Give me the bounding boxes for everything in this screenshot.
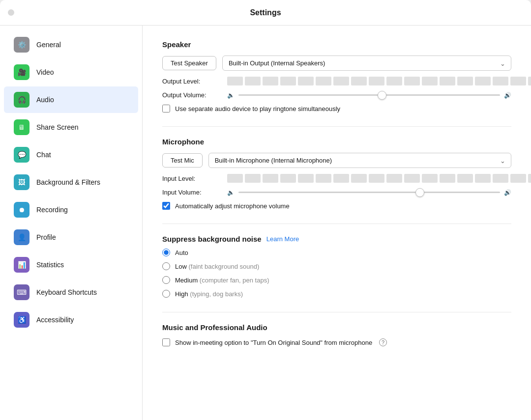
level-segment bbox=[386, 77, 402, 85]
mic-low-icon: 🔈 bbox=[227, 189, 235, 196]
sidebar-icon-accessibility: ♿ bbox=[14, 312, 30, 328]
sidebar-label-accessibility: Accessibility bbox=[36, 316, 74, 324]
sidebar-item-general[interactable]: ⚙️General bbox=[4, 31, 138, 58]
output-level-label: Output Level: bbox=[162, 78, 221, 85]
test-speaker-button[interactable]: Test Speaker bbox=[162, 56, 216, 70]
original-sound-checkbox[interactable] bbox=[162, 338, 170, 346]
input-level-row: Input Level: bbox=[162, 174, 511, 183]
original-sound-row: Show in-meeting option to "Turn On Origi… bbox=[162, 338, 511, 346]
ringtone-label: Use separate audio device to play ringto… bbox=[175, 105, 340, 112]
suppress-radio-low[interactable] bbox=[162, 262, 170, 270]
suppress-option-medium: Medium (computer fan, pen taps) bbox=[162, 276, 511, 284]
speaker-select[interactable]: Built-in Output (Internal Speakers) bbox=[222, 56, 511, 71]
suppress-main-label-medium: Medium bbox=[175, 277, 198, 284]
sidebar-icon-general: ⚙️ bbox=[14, 37, 30, 53]
output-volume-slider-container: 🔈 🔊 bbox=[227, 92, 511, 99]
output-volume-row: Output Volume: 🔈 🔊 bbox=[162, 91, 511, 99]
sidebar-label-recording: Recording bbox=[36, 206, 68, 214]
sidebar-icon-video: 🎥 bbox=[14, 64, 30, 80]
suppress-option-auto: Auto bbox=[162, 248, 511, 257]
sidebar-item-video[interactable]: 🎥Video bbox=[4, 59, 138, 85]
sidebar-item-profile[interactable]: 👤Profile bbox=[4, 224, 138, 251]
close-button[interactable] bbox=[8, 9, 14, 16]
sidebar-label-background: Background & Filters bbox=[36, 178, 100, 186]
level-segment bbox=[227, 174, 243, 183]
sidebar-item-statistics[interactable]: 📊Statistics bbox=[4, 252, 138, 278]
question-icon[interactable]: ? bbox=[379, 338, 387, 346]
sidebar-icon-share-screen: 🖥 bbox=[14, 119, 30, 135]
level-segment bbox=[422, 77, 438, 85]
volume-high-icon: 🔊 bbox=[504, 92, 511, 99]
level-segment bbox=[457, 77, 473, 85]
suppress-label-low: Low (faint background sound) bbox=[175, 262, 259, 271]
sidebar-item-keyboard[interactable]: ⌨Keyboard Shortcuts bbox=[4, 279, 138, 306]
mic-high-icon: 🔊 bbox=[504, 189, 511, 196]
mic-select-wrapper: Built-in Microphone (Internal Microphone… bbox=[208, 153, 511, 168]
output-volume-slider[interactable] bbox=[238, 94, 500, 96]
music-section: Music and Professional Audio Show in-mee… bbox=[162, 323, 511, 346]
divider-1 bbox=[162, 126, 511, 127]
sidebar-label-video: Video bbox=[36, 68, 54, 76]
suppress-radio-medium[interactable] bbox=[162, 276, 170, 284]
test-mic-button[interactable]: Test Mic bbox=[162, 153, 203, 168]
sidebar-item-recording[interactable]: ⏺Recording bbox=[4, 196, 138, 223]
suppress-desc-high: (typing, dog barks) bbox=[188, 290, 243, 298]
level-segment bbox=[263, 174, 278, 183]
learn-more-link[interactable]: Learn More bbox=[266, 235, 299, 243]
settings-window: Settings ⚙️General🎥Video🎧Audio🖥Share Scr… bbox=[0, 0, 531, 420]
input-level-bars bbox=[227, 174, 531, 183]
sidebar-item-share-screen[interactable]: 🖥Share Screen bbox=[4, 114, 138, 140]
level-segment bbox=[245, 77, 261, 85]
input-volume-slider[interactable] bbox=[238, 192, 500, 193]
level-segment bbox=[475, 77, 491, 85]
level-segment bbox=[333, 174, 349, 183]
level-segment bbox=[351, 174, 367, 183]
ringtone-checkbox[interactable] bbox=[162, 105, 170, 112]
input-volume-row: Input Volume: 🔈 🔊 bbox=[162, 189, 511, 196]
microphone-section: Microphone Test Mic Built-in Microphone … bbox=[162, 138, 511, 210]
window-controls bbox=[8, 9, 14, 16]
sidebar-item-accessibility[interactable]: ♿Accessibility bbox=[4, 307, 138, 333]
suppress-radio-auto[interactable] bbox=[162, 249, 170, 256]
sidebar-icon-chat: 💬 bbox=[14, 147, 30, 163]
mic-select[interactable]: Built-in Microphone (Internal Microphone… bbox=[208, 153, 511, 168]
sidebar-label-keyboard: Keyboard Shortcuts bbox=[36, 288, 97, 296]
level-segment bbox=[493, 174, 508, 183]
noise-suppress-options: AutoLow (faint background sound)Medium (… bbox=[162, 248, 511, 298]
suppress-main-label-low: Low bbox=[175, 263, 187, 270]
original-sound-label: Show in-meeting option to "Turn On Origi… bbox=[175, 339, 372, 346]
sidebar-icon-recording: ⏺ bbox=[14, 202, 30, 218]
level-segment bbox=[422, 174, 438, 183]
suppress-title: Suppress background noise bbox=[162, 235, 262, 243]
suppress-label-medium: Medium (computer fan, pen taps) bbox=[175, 276, 269, 284]
titlebar: Settings bbox=[0, 0, 531, 26]
output-volume-label: Output Volume: bbox=[162, 91, 221, 99]
volume-low-icon: 🔈 bbox=[227, 92, 235, 99]
sidebar-item-audio[interactable]: 🎧Audio bbox=[4, 86, 138, 113]
sidebar-item-background[interactable]: 🖼Background & Filters bbox=[4, 169, 138, 196]
level-segment bbox=[528, 77, 531, 85]
level-segment bbox=[457, 174, 473, 183]
input-volume-slider-container: 🔈 🔊 bbox=[227, 189, 511, 196]
suppress-option-high: High (typing, dog barks) bbox=[162, 289, 511, 298]
level-segment bbox=[298, 77, 314, 85]
divider-3 bbox=[162, 312, 511, 312]
output-level-bars bbox=[227, 77, 531, 85]
sidebar-icon-profile: 👤 bbox=[14, 229, 30, 245]
level-segment bbox=[316, 174, 331, 183]
sidebar: ⚙️General🎥Video🎧Audio🖥Share Screen💬Chat🖼… bbox=[0, 26, 143, 420]
sidebar-icon-keyboard: ⌨ bbox=[14, 284, 30, 300]
sidebar-label-share-screen: Share Screen bbox=[36, 123, 79, 131]
level-segment bbox=[351, 77, 367, 85]
sidebar-label-audio: Audio bbox=[36, 96, 54, 104]
auto-adjust-checkbox[interactable] bbox=[162, 202, 170, 210]
auto-adjust-row: Automatically adjust microphone volume bbox=[162, 202, 511, 210]
level-segment bbox=[369, 174, 384, 183]
level-segment bbox=[528, 174, 531, 183]
suppress-radio-high[interactable] bbox=[162, 290, 170, 298]
level-segment bbox=[333, 77, 349, 85]
suppress-header: Suppress background noise Learn More bbox=[162, 235, 511, 243]
level-segment bbox=[227, 77, 243, 85]
level-segment bbox=[316, 77, 331, 85]
sidebar-item-chat[interactable]: 💬Chat bbox=[4, 141, 138, 168]
